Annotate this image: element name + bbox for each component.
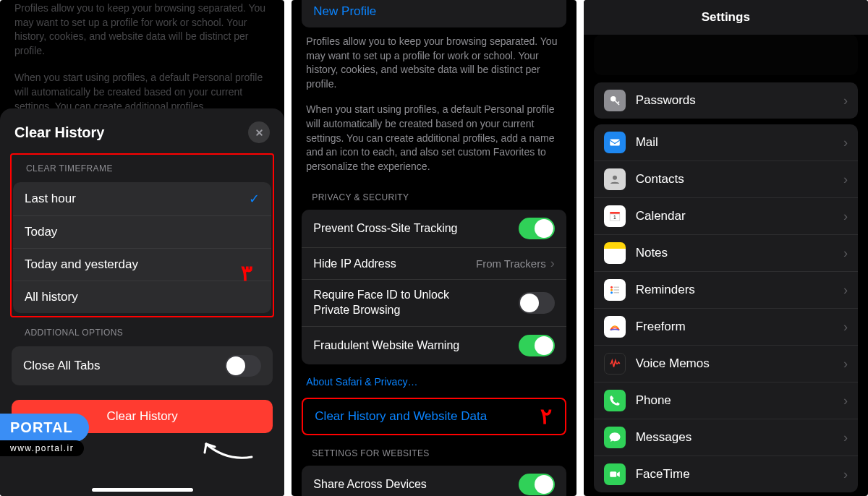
require-faceid-row[interactable]: Require Face ID to Unlock Private Browsi…	[302, 280, 566, 327]
messages-icon	[604, 427, 626, 448]
svg-text:1: 1	[613, 215, 616, 220]
close-all-tabs-toggle[interactable]	[225, 355, 261, 377]
item-label: Calendar	[636, 209, 686, 223]
safari-settings-panel: New Profile Profiles allow you to keep y…	[292, 0, 576, 496]
portal-watermark: PORTAL www.portal.ir	[0, 414, 89, 456]
chevron-right-icon: ›	[843, 320, 848, 335]
chevron-right-icon: ›	[843, 246, 848, 261]
settings-item-passwords[interactable]: Passwords ›	[594, 82, 858, 119]
svg-rect-9	[613, 287, 619, 288]
hide-ip-value: From Trackers	[476, 257, 546, 270]
facetime-icon	[604, 463, 626, 485]
close-button[interactable]	[248, 121, 270, 143]
chevron-right-icon: ›	[550, 256, 555, 271]
svg-rect-12	[610, 471, 616, 477]
option-all-history[interactable]: All history	[13, 281, 271, 313]
item-label: Mail	[636, 135, 658, 150]
settings-list-group-2: Mail › Contacts › 1 Calendar › Notes ›	[594, 124, 858, 492]
privacy-list: Prevent Cross-Site Tracking Hide IP Addr…	[302, 210, 566, 364]
home-indicator[interactable]	[92, 488, 193, 492]
additional-options-list: Close All Tabs	[12, 346, 273, 385]
settings-item-calendar[interactable]: 1 Calendar ›	[594, 198, 858, 235]
close-all-tabs-label: Close All Tabs	[23, 359, 100, 373]
option-label: All history	[25, 290, 78, 304]
hide-ip-label: Hide IP Address	[313, 257, 396, 270]
option-today-yesterday[interactable]: Today and yesterday	[13, 249, 271, 281]
svg-point-2	[613, 176, 617, 180]
settings-item-voice-memos[interactable]: Voice Memos ›	[594, 346, 858, 382]
close-all-tabs-row[interactable]: Close All Tabs	[12, 346, 273, 385]
hide-ip-row[interactable]: Hide IP Address From Trackers ›	[302, 248, 566, 280]
item-label: Contacts	[636, 172, 684, 187]
settings-item-contacts[interactable]: Contacts ›	[594, 161, 858, 198]
settings-item-mail[interactable]: Mail ›	[594, 124, 858, 161]
timeframe-label: CLEAR TIMEFRAME	[12, 159, 273, 178]
option-last-hour[interactable]: Last hour ✓	[13, 182, 271, 216]
require-faceid-toggle[interactable]	[519, 292, 555, 314]
clear-history-sheet-panel: Profiles allow you to keep your browsing…	[0, 0, 284, 496]
chevron-right-icon: ›	[843, 93, 848, 108]
additional-options-label: ADDITIONAL OPTIONS	[0, 317, 284, 342]
arrow-icon	[197, 434, 255, 463]
svg-point-7	[610, 289, 613, 291]
freeform-icon	[604, 316, 626, 338]
clear-history-label: Clear History	[107, 409, 178, 423]
chevron-right-icon: ›	[843, 283, 848, 298]
item-label: Notes	[636, 246, 668, 260]
svg-point-8	[610, 291, 613, 294]
prevent-tracking-row[interactable]: Prevent Cross-Site Tracking	[302, 210, 566, 248]
phone-icon	[604, 390, 626, 411]
annotation-2: ۲	[540, 403, 552, 429]
svg-rect-11	[613, 292, 619, 294]
share-devices-toggle[interactable]	[519, 474, 555, 495]
chevron-right-icon: ›	[843, 430, 848, 445]
privacy-security-header: PRIVACY & SECURITY	[292, 182, 576, 205]
settings-item-notes[interactable]: Notes ›	[594, 235, 858, 272]
chevron-right-icon: ›	[843, 135, 848, 150]
profiles-desc-1: Profiles allow you to keep your browsing…	[292, 32, 576, 100]
about-safari-privacy-link[interactable]: About Safari & Privacy…	[292, 369, 576, 395]
fraud-warning-row[interactable]: Fraudulent Website Warning	[302, 327, 566, 364]
portal-logo-text: PORTAL	[0, 414, 89, 442]
fraud-warning-label: Fraudulent Website Warning	[313, 339, 459, 352]
settings-item-messages[interactable]: Messages ›	[594, 419, 858, 456]
reminders-icon	[604, 279, 626, 301]
chevron-right-icon: ›	[843, 393, 848, 409]
timeframe-red-highlight: CLEAR TIMEFRAME Last hour ✓ Today Today …	[10, 153, 274, 317]
clear-history-data-link[interactable]: Clear History and Website Data	[303, 399, 564, 434]
item-label: Reminders	[636, 283, 695, 297]
portal-url: www.portal.ir	[0, 440, 84, 456]
obscured-row	[594, 35, 858, 75]
settings-websites-header: SETTINGS FOR WEBSITES	[292, 438, 576, 461]
svg-point-6	[610, 286, 613, 288]
settings-item-freeform[interactable]: Freeform ›	[594, 309, 858, 346]
option-label: Today and yesterday	[25, 257, 138, 272]
settings-list-group-1: Passwords ›	[594, 82, 858, 119]
checkmark-icon: ✓	[249, 191, 260, 207]
chevron-right-icon: ›	[843, 356, 848, 372]
timeframe-list: Last hour ✓ Today Today and yesterday Al…	[13, 182, 271, 313]
calendar-icon: 1	[604, 205, 626, 227]
new-profile-link[interactable]: New Profile	[302, 0, 566, 27]
voice-memos-icon	[604, 353, 626, 375]
settings-title: Settings	[584, 0, 868, 35]
settings-item-phone[interactable]: Phone ›	[594, 382, 858, 419]
fraud-warning-toggle[interactable]	[519, 335, 555, 356]
settings-item-reminders[interactable]: Reminders ›	[594, 272, 858, 309]
item-label: Messages	[636, 430, 692, 445]
websites-list: Share Across Devices	[302, 466, 566, 496]
profiles-description-1: Profiles allow you to keep your browsing…	[0, 1, 284, 58]
svg-rect-3	[610, 212, 620, 214]
share-devices-row[interactable]: Share Across Devices	[302, 466, 566, 496]
chevron-right-icon: ›	[843, 209, 848, 224]
settings-item-facetime[interactable]: FaceTime ›	[594, 456, 858, 492]
option-today[interactable]: Today	[13, 216, 271, 249]
prevent-tracking-toggle[interactable]	[519, 218, 555, 239]
clear-history-red-highlight: Clear History and Website Data ۲	[302, 398, 566, 435]
chevron-right-icon: ›	[843, 172, 848, 187]
passwords-icon	[604, 90, 626, 111]
item-label: Phone	[636, 393, 671, 408]
share-devices-label: Share Across Devices	[313, 478, 427, 491]
option-label: Last hour	[25, 192, 76, 206]
require-faceid-label: Require Face ID to Unlock Private Browsi…	[313, 288, 480, 318]
